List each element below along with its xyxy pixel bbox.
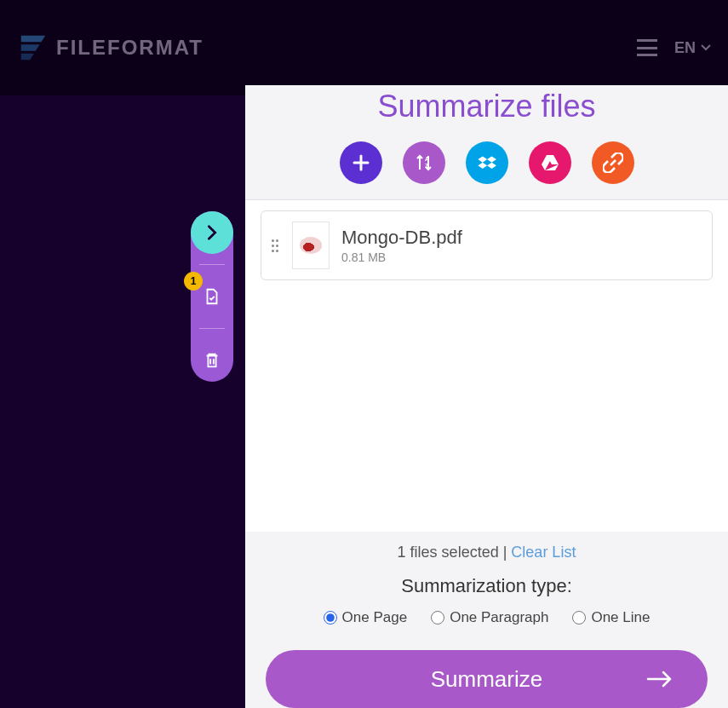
file-size: 0.81 MB — [341, 250, 702, 264]
panel-title: Summarize files — [245, 89, 728, 124]
file-info: Mongo-DB.pdf 0.81 MB — [341, 227, 702, 264]
summarization-type-label: Summarization type: — [245, 575, 728, 597]
summarize-button-label: Summarize — [431, 666, 542, 693]
radio-one-page[interactable]: One Page — [324, 609, 408, 626]
radio-group: One Page One Paragraph One Line — [245, 609, 728, 626]
file-thumbnail — [292, 222, 330, 269]
add-file-button[interactable] — [340, 141, 382, 184]
clear-list-link[interactable]: Clear List — [511, 544, 576, 561]
svg-text:A: A — [425, 156, 429, 162]
summarize-panel: Summarize files A Z — [245, 85, 728, 708]
summarization-type-group: Summarization type: One Page One Paragra… — [245, 568, 728, 642]
file-row[interactable]: Mongo-DB.pdf 0.81 MB — [261, 210, 713, 280]
radio-one-paragraph-input[interactable] — [431, 611, 444, 625]
selection-count: 1 files selected — [398, 544, 499, 561]
vertical-toolbar: 1 — [191, 211, 233, 382]
dropbox-button[interactable] — [466, 141, 508, 184]
document-check-icon — [203, 287, 221, 306]
svg-text:Z: Z — [425, 163, 429, 169]
file-name: Mongo-DB.pdf — [341, 227, 702, 249]
upload-sources-row: A Z — [245, 141, 728, 199]
vtab-files-button[interactable]: 1 — [191, 275, 233, 318]
drag-handle-icon[interactable] — [272, 239, 280, 252]
link-icon — [603, 153, 623, 173]
google-drive-icon — [540, 153, 560, 173]
google-drive-button[interactable] — [529, 141, 571, 184]
dropbox-icon — [477, 153, 497, 173]
vtab-next-button[interactable] — [191, 211, 233, 254]
sort-icon: A Z — [414, 153, 434, 173]
summarize-button[interactable]: Summarize — [266, 650, 708, 708]
radio-one-page-input[interactable] — [324, 611, 337, 625]
radio-one-line-input[interactable] — [572, 611, 586, 625]
plus-icon — [351, 153, 371, 173]
selection-info: 1 files selected | Clear List — [245, 532, 728, 568]
trash-icon — [203, 351, 221, 370]
radio-one-line[interactable]: One Line — [572, 609, 650, 626]
arrow-right-icon — [646, 671, 674, 688]
file-list: Mongo-DB.pdf 0.81 MB — [245, 199, 728, 532]
file-count-badge: 1 — [184, 272, 203, 291]
radio-one-paragraph[interactable]: One Paragraph — [431, 609, 548, 626]
sort-button[interactable]: A Z — [403, 141, 445, 184]
vtab-delete-button[interactable] — [191, 339, 233, 382]
url-link-button[interactable] — [592, 141, 634, 184]
